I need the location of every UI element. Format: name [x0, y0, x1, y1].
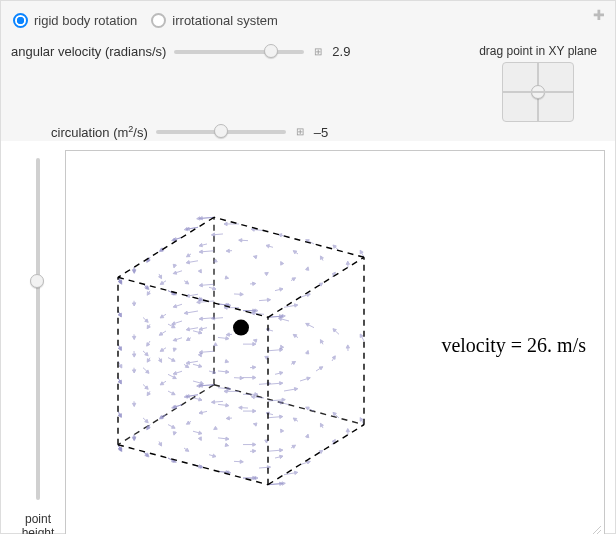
svg-marker-416: [186, 361, 189, 364]
svg-marker-440: [199, 351, 202, 354]
locator-pad[interactable]: [502, 62, 574, 122]
svg-marker-56: [279, 401, 282, 404]
svg-marker-30: [224, 390, 227, 393]
plot-canvas[interactable]: velocity = 26. m/s: [65, 150, 605, 534]
svg-marker-288: [346, 262, 349, 265]
svg-marker-450: [280, 382, 283, 385]
svg-marker-234: [239, 239, 242, 242]
svg-marker-106: [159, 332, 162, 335]
svg-marker-452: [199, 250, 202, 253]
svg-marker-130: [185, 365, 188, 368]
slider-thumb[interactable]: [264, 44, 278, 58]
svg-marker-444: [199, 317, 202, 320]
svg-marker-52: [254, 423, 257, 426]
svg-marker-26: [199, 411, 202, 414]
svg-point-468: [233, 320, 249, 336]
slider-value: –5: [314, 125, 342, 140]
svg-marker-290: [360, 251, 363, 254]
svg-marker-398: [226, 404, 229, 407]
svg-marker-420: [186, 328, 189, 331]
svg-marker-24: [187, 421, 190, 424]
svg-marker-172: [280, 372, 283, 375]
svg-marker-40: [226, 417, 229, 420]
svg-marker-240: [213, 287, 216, 290]
svg-marker-68: [293, 418, 296, 421]
radio-irrotational[interactable]: irrotational system: [151, 13, 277, 28]
svg-marker-42: [239, 406, 242, 409]
svg-marker-382: [199, 331, 202, 334]
svg-marker-182: [282, 399, 285, 402]
svg-marker-116: [159, 359, 162, 362]
velocity-readout: velocity = 26. m/s: [441, 334, 586, 357]
svg-line-466: [214, 218, 364, 258]
plus-icon[interactable]: ⊞: [294, 126, 306, 138]
svg-marker-446: [280, 415, 283, 418]
svg-marker-88: [294, 472, 297, 475]
svg-marker-274: [320, 256, 323, 259]
svg-marker-352: [147, 325, 150, 328]
svg-marker-404: [173, 271, 176, 274]
svg-line-464: [118, 278, 268, 318]
radio-rigid[interactable]: rigid body rotation: [13, 13, 137, 28]
slider-thumb[interactable]: [214, 124, 228, 138]
svg-marker-76: [280, 456, 283, 459]
svg-line-460: [268, 425, 364, 485]
svg-marker-400: [173, 305, 176, 308]
svg-marker-96: [346, 429, 349, 432]
svg-marker-190: [332, 356, 335, 359]
svg-marker-246: [266, 245, 269, 248]
svg-marker-346: [172, 426, 175, 429]
svg-marker-402: [226, 370, 229, 373]
resize-grip-icon[interactable]: [590, 525, 602, 534]
plus-icon[interactable]: ⊞: [312, 46, 324, 58]
svg-marker-148: [254, 340, 257, 343]
svg-marker-36: [198, 437, 201, 440]
svg-marker-378: [199, 365, 202, 368]
svg-marker-192: [346, 345, 349, 348]
svg-marker-184: [294, 388, 297, 391]
svg-marker-132: [198, 353, 201, 357]
main-area: point height velocity = 26. m/s: [11, 150, 605, 534]
vslider-thumb[interactable]: [30, 274, 44, 288]
svg-marker-282: [307, 294, 310, 297]
vslider-track[interactable]: [36, 158, 40, 499]
svg-marker-144: [213, 371, 216, 374]
svg-marker-168: [255, 393, 258, 396]
svg-marker-354: [172, 359, 175, 362]
svg-marker-166: [306, 324, 309, 327]
expand-icon[interactable]: ✚: [593, 7, 605, 23]
svg-marker-218: [199, 244, 202, 247]
slider-track[interactable]: [174, 50, 304, 54]
svg-marker-70: [306, 407, 309, 410]
svg-marker-118: [173, 348, 176, 351]
angular-velocity-slider: angular velocity (radians/s) ⊞ 2.9: [11, 44, 360, 59]
svg-marker-426: [253, 376, 256, 379]
svg-marker-320: [132, 404, 135, 407]
svg-marker-48: [213, 454, 216, 457]
svg-marker-66: [281, 429, 284, 432]
svg-marker-164: [293, 335, 296, 338]
svg-marker-128: [173, 376, 176, 379]
svg-marker-422: [253, 410, 256, 413]
svg-line-465: [268, 258, 364, 318]
svg-marker-328: [132, 337, 135, 340]
svg-marker-156: [240, 377, 243, 380]
svg-marker-20: [159, 443, 162, 446]
svg-marker-324: [132, 370, 135, 373]
svg-marker-266: [267, 299, 270, 302]
svg-marker-260: [293, 251, 296, 254]
svg-marker-392: [173, 372, 176, 375]
locator-point[interactable]: [531, 85, 545, 99]
svg-marker-232: [226, 250, 229, 253]
svg-marker-442: [280, 449, 283, 452]
svg-marker-214: [173, 265, 176, 268]
svg-marker-448: [199, 284, 202, 287]
control-panel: ✚ rigid body rotation irrotational syste…: [0, 0, 616, 534]
svg-marker-38: [214, 427, 217, 430]
slider-track[interactable]: [156, 130, 286, 134]
vslider-label: point height: [22, 512, 55, 534]
svg-marker-212: [159, 275, 162, 278]
svg-marker-134: [214, 343, 217, 346]
svg-marker-90: [307, 461, 310, 464]
xy-locator: drag point in XY plane: [479, 44, 605, 122]
